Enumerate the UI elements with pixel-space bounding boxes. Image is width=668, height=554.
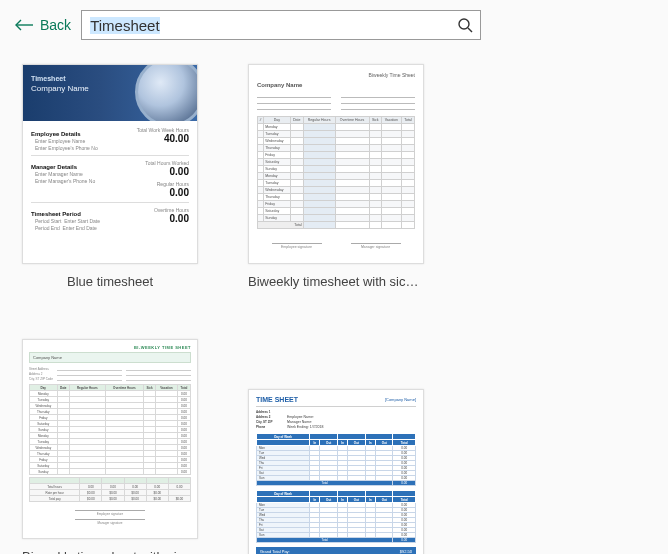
template-search-box[interactable] (81, 10, 481, 40)
template-thumbnail: Biweekly Time Sheet Company Name #DayDat… (248, 64, 424, 264)
search-icon[interactable] (456, 16, 474, 34)
search-input[interactable] (90, 17, 456, 34)
svg-line-2 (468, 28, 472, 32)
template-thumbnail: BI-WEEKLY TIME SHEET Company Name Street… (22, 339, 198, 539)
back-arrow-icon (14, 18, 34, 32)
back-label: Back (40, 17, 71, 33)
back-button[interactable]: Back (14, 17, 71, 33)
template-thumbnail: TIME SHEET [Company Name] Address 1 Addr… (248, 389, 424, 554)
template-label: Biweekly timesheet with sick l… (248, 274, 424, 289)
template-card-blue-timesheet[interactable]: Timesheet Company Name Employee Details … (22, 64, 198, 289)
template-label: Biweekly time sheet with sick… (22, 549, 198, 554)
template-card-biweekly-1[interactable]: Biweekly Time Sheet Company Name #DayDat… (248, 64, 424, 289)
svg-point-1 (459, 19, 469, 29)
template-thumbnail: Timesheet Company Name Employee Details … (22, 64, 198, 264)
template-results: Timesheet Company Name Employee Details … (0, 58, 668, 554)
template-label: Blue timesheet (67, 274, 153, 289)
template-card-biweekly-2[interactable]: BI-WEEKLY TIME SHEET Company Name Street… (22, 339, 198, 554)
template-card-time-sheet[interactable]: TIME SHEET [Company Name] Address 1 Addr… (248, 339, 424, 554)
